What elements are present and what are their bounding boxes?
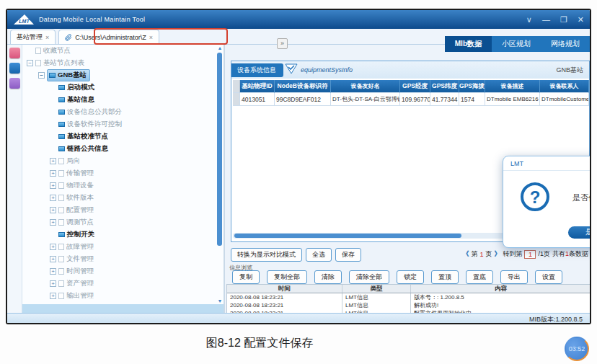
expand-icon[interactable]: + (50, 207, 56, 213)
collapse-panel-button[interactable]: » (277, 38, 288, 49)
expand-icon[interactable]: + (50, 195, 56, 201)
tree-item-fault-mgmt[interactable]: +故障管理 (22, 241, 224, 253)
tree-item-gnb-base-station[interactable]: −GNB基站 (22, 69, 224, 81)
tree-item-transmission-mgmt[interactable]: +传输管理 (22, 167, 224, 179)
expand-icon[interactable]: + (50, 219, 56, 226)
save-button[interactable]: 保存 (335, 248, 361, 262)
tree-item-link-common-info[interactable]: 链路公共信息 (22, 143, 224, 155)
col-header-type[interactable]: 类型 (342, 285, 411, 293)
scroll-top-button[interactable]: 置顶 (431, 270, 459, 284)
tab-base-station-mgmt[interactable]: 基站管理 × (10, 30, 56, 44)
close-button[interactable]: ✕ (578, 10, 584, 29)
tab-config-file-path[interactable]: C:\Users\Administrator\Z × (58, 30, 159, 44)
tree-item-node-list[interactable]: −基站节点列表 (22, 57, 224, 69)
cell-device-description: DTmobile EMB6216 NodeB (485, 93, 540, 106)
export-button[interactable]: 导出 (500, 270, 528, 284)
col-header[interactable]: GPS纬度 (430, 80, 459, 93)
maximize-button[interactable]: ❐ (560, 10, 567, 29)
node-icon (49, 73, 56, 78)
tree-item-config-mgmt[interactable]: +配置管理 (22, 204, 224, 216)
lock-button[interactable]: 锁定 (397, 270, 424, 284)
col-header[interactable]: GPS经度 (400, 80, 430, 93)
scroll-up-icon[interactable]: ▲ (217, 45, 223, 51)
cell-gps-longitude: 109.96770 (400, 93, 430, 106)
expand-icon[interactable]: + (50, 182, 56, 189)
tab-label: 基站管理 (17, 32, 43, 42)
video-timestamp-bubble[interactable]: 03:52 (565, 337, 589, 361)
clear-all-button[interactable]: 清除全部 (349, 270, 389, 284)
device-table-row[interactable]: 4013051 99C8D9EAF012 DT-包头-DT-SA-白云鄂博铁厂 … (233, 93, 589, 106)
tree-item-time-mgmt[interactable]: +时间管理 (22, 265, 224, 278)
page-label: 第 (471, 249, 477, 259)
col-header-time[interactable]: 时间 (227, 285, 342, 293)
col-header[interactable]: 设备描述 (485, 80, 540, 93)
tree-item-direction[interactable]: +局向 (22, 155, 224, 167)
expand-icon[interactable]: + (50, 256, 56, 262)
tree-item-software-version[interactable]: +软件版本 (22, 192, 224, 204)
tree-scrollbar[interactable]: ▲ ▼ (217, 45, 223, 304)
select-all-button[interactable]: 全选 (306, 248, 332, 262)
expand-icon[interactable]: + (50, 244, 56, 250)
col-header[interactable]: GPS海拔 (459, 80, 485, 93)
device-table: 基站物理ID NodeB设备标识符 设备友好名 GPS经度 GPS纬度 GPS海… (233, 80, 589, 106)
menu-chevron-icon[interactable]: ∨ (526, 10, 532, 29)
expand-icon[interactable]: + (50, 280, 56, 287)
tab-network-planning[interactable]: 网络规划 (541, 36, 590, 52)
tree-item-calibration-node[interactable]: 基站校准节点 (22, 130, 224, 143)
scrollbar-thumb[interactable] (234, 234, 461, 238)
collapse-icon[interactable]: − (27, 60, 33, 66)
tree-item-output-mgmt[interactable]: +输出管理 (22, 290, 224, 302)
dock-icon-pink[interactable] (9, 48, 20, 58)
expand-icon[interactable]: + (50, 268, 56, 275)
dock-icon-blue[interactable] (9, 63, 20, 74)
tree-item-asset-mgmt[interactable]: +资产管理 (22, 278, 224, 290)
left-dock (7, 45, 22, 313)
col-header[interactable]: 基站物理ID (240, 80, 275, 93)
compare-mode-button[interactable]: 转换为显示对比模式 (231, 248, 302, 262)
scroll-bottom-button[interactable]: 置底 (466, 270, 493, 284)
log-row[interactable]: 2020-08-08 18:23:21 LMT信息 解析成功! (227, 301, 591, 309)
panel-title: 设备系统信息 (231, 63, 283, 77)
paperclip-icon (65, 34, 72, 41)
tree-item-favorite-nodes[interactable]: 收藏节点 (22, 45, 224, 57)
expand-icon[interactable]: + (50, 170, 56, 177)
log-toolbar: 复制 复制全部 清除 清除全部 锁定 置顶 置底 导出 设置 (232, 270, 562, 284)
tree-item-base-station-info[interactable]: 基站信息 (22, 94, 224, 106)
first-page-icon[interactable]: 《 (462, 249, 469, 259)
tab-close-icon[interactable]: × (45, 34, 49, 41)
col-header-content[interactable]: 内容 (411, 285, 591, 293)
tree-item-control-switch[interactable]: 控制开关 (22, 228, 224, 241)
log-row[interactable]: 2020-08-08 18:23:21 LMT信息 版本号：: 1.200.8.… (227, 293, 591, 301)
dock-icon-purple[interactable] (9, 78, 20, 89)
copy-all-button[interactable]: 复制全部 (267, 270, 307, 284)
scrollbar-thumb[interactable] (217, 53, 222, 246)
collapse-icon[interactable]: − (38, 72, 45, 79)
minimize-button[interactable]: — (542, 10, 550, 29)
tab-close-icon[interactable]: × (149, 34, 153, 41)
tree-item-physical-device[interactable]: +物理设备 (22, 179, 224, 192)
tree-item-start-mode[interactable]: 启动模式 (22, 81, 224, 94)
dialog-title: LMT (503, 156, 591, 171)
tree-item-debug-node[interactable]: +调测节点 (22, 216, 224, 228)
col-header[interactable]: 设备联系人 (540, 80, 589, 93)
clear-button[interactable]: 清除 (314, 270, 342, 284)
tree-item-software-license[interactable]: 设备软件许可控制 (22, 118, 224, 130)
save-file-dialog: LMT ✕ ? 是否保存文件 是 否 取消 (503, 156, 591, 248)
last-page-icon[interactable]: 》 (494, 249, 500, 259)
tab-cell-planning[interactable]: 小区规划 (492, 36, 541, 52)
col-header[interactable]: 设备友好名 (331, 80, 400, 93)
expand-icon[interactable]: + (50, 158, 56, 164)
col-header[interactable]: NodeB设备标识符 (275, 80, 331, 93)
yes-button[interactable]: 是 (568, 226, 591, 239)
tab-mib-data[interactable]: MIb数据 (445, 36, 492, 52)
settings-button[interactable]: 设置 (535, 270, 562, 284)
expand-icon[interactable]: + (50, 293, 56, 299)
scroll-down-icon[interactable]: ▼ (217, 298, 223, 304)
tree-item-file-mgmt[interactable]: +文件管理 (22, 253, 224, 265)
goto-page-input[interactable] (524, 250, 536, 259)
tree-item-device-info-common[interactable]: 设备信息公共部分 (22, 106, 224, 118)
row-selector[interactable] (233, 93, 240, 106)
copy-button[interactable]: 复制 (232, 270, 260, 284)
log-table-header: 时间 类型 内容 (227, 285, 591, 293)
app-window: LMT Datang Mobile Local Maintain Tool ∨ … (6, 9, 591, 324)
